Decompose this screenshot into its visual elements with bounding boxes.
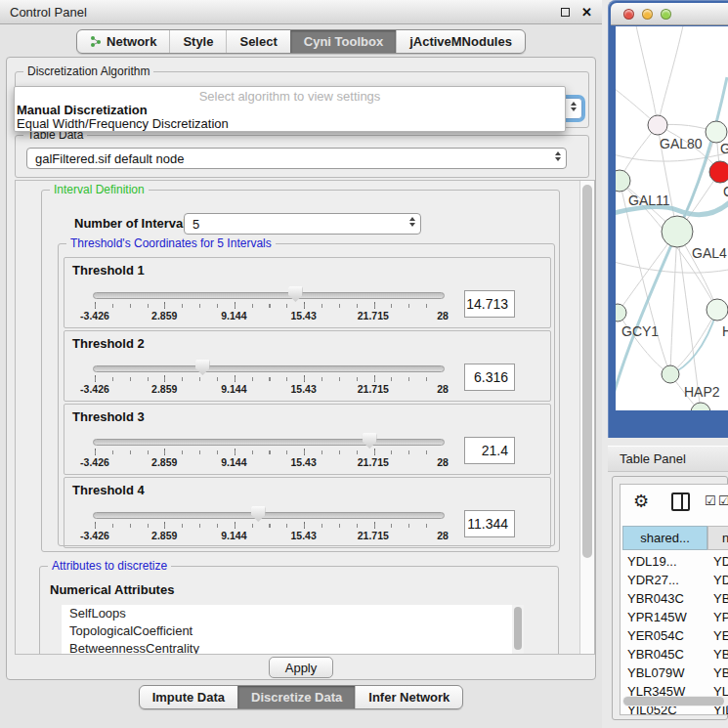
threshold-4-slider[interactable]: -3.4262.8599.14415.4321.71528 <box>86 504 451 547</box>
tab-network[interactable]: Network <box>77 30 169 53</box>
table-cell-shared-name[interactable]: YER054C <box>622 628 707 643</box>
node-top-right[interactable] <box>706 121 727 143</box>
network-graph: GAL80 G GAL11 C GAL4 GCY1 H HAP2 <box>616 26 728 410</box>
slider-thumb[interactable] <box>363 433 377 449</box>
table-cell-name[interactable]: YER0 <box>707 628 728 643</box>
table-cell-name[interactable]: YDL1 <box>707 554 728 569</box>
tick-label: 9.144 <box>221 383 246 395</box>
list-scrollbar-thumb[interactable] <box>514 607 522 650</box>
node-h[interactable] <box>707 299 728 321</box>
number-of-intervals-label: Number of Intervals <box>74 216 193 231</box>
split-columns-icon[interactable] <box>671 492 690 511</box>
tab-cyni-toolbox[interactable]: Cyni Toolbox <box>290 30 396 53</box>
tab-style[interactable]: Style <box>169 30 226 53</box>
table-data-value: galFiltered.sif default node <box>35 151 184 166</box>
network-graph-icon <box>90 35 102 48</box>
tab-discretize-data[interactable]: Discretize Data <box>237 686 355 708</box>
node-red-selected[interactable] <box>709 161 728 183</box>
table-data-combo[interactable]: galFiltered.sif default node <box>26 148 567 169</box>
slider-minor-ticks <box>95 450 444 454</box>
table-cell-shared-name[interactable]: YBL079W <box>622 665 707 680</box>
table-row[interactable]: YPR145WYPR1 <box>622 608 728 626</box>
slider-tick-labels: -3.4262.8599.14415.4321.71528 <box>95 456 443 470</box>
table-row[interactable]: YER054CYER0 <box>622 626 728 645</box>
table-cell-shared-name[interactable]: YBR043C <box>622 591 707 606</box>
attributes-group-title: Attributes to discretize <box>48 559 171 573</box>
table-cell-name[interactable]: YBR0 <box>707 591 728 606</box>
attribute-list-item[interactable]: BetweennessCentrality <box>62 640 524 654</box>
node-gcy1[interactable] <box>616 304 626 321</box>
table-cell-shared-name[interactable]: YPR145W <box>622 610 707 624</box>
attributes-group: Attributes to discretize Numerical Attri… <box>39 566 559 655</box>
threshold-3-box: Threshold 3 -3.4262.8599.14415.4321.7152… <box>64 404 551 475</box>
slider-thumb[interactable] <box>195 360 210 375</box>
threshold-2-value[interactable]: 6.316 <box>464 364 515 391</box>
table-cell-shared-name[interactable]: YBR045C <box>622 647 707 662</box>
table-hscrollbar-thumb[interactable] <box>623 697 724 706</box>
tab-jactivemnodules[interactable]: jActiveMNodules <box>396 30 525 53</box>
network-canvas[interactable]: GAL80 G GAL11 C GAL4 GCY1 H HAP2 <box>616 26 728 410</box>
table-cell-name[interactable]: YPR1 <box>707 610 728 624</box>
table-row[interactable]: YBL079WYBL0 <box>622 664 728 682</box>
number-of-intervals-value: 5 <box>193 217 199 232</box>
attribute-list-item[interactable]: TopologicalCoefficient <box>62 622 524 640</box>
top-tabbar: Network Style Select Cyni Toolbox jActiv… <box>0 29 602 54</box>
slider-minor-ticks <box>95 377 444 381</box>
threshold-3-slider[interactable]: -3.4262.8599.14415.4321.71528 <box>86 431 451 474</box>
threshold-3-label: Threshold 3 <box>72 409 145 424</box>
tab-impute-data[interactable]: Impute Data <box>140 686 237 708</box>
tick-label: 2.859 <box>151 310 177 321</box>
tick-label: -3.426 <box>80 310 109 321</box>
settings-scrollbar-thumb[interactable] <box>582 185 592 558</box>
threshold-4-value[interactable]: 11.344 <box>464 510 515 537</box>
column-header-shared[interactable]: shared... <box>622 526 707 550</box>
threshold-3-value[interactable]: 21.4 <box>464 437 515 464</box>
apply-button[interactable]: Apply <box>269 657 333 678</box>
close-icon[interactable]: ✕ <box>581 6 592 19</box>
settings-gear-icon[interactable]: ⚙ <box>633 491 649 512</box>
number-of-intervals-combo[interactable]: 5 <box>184 213 421 235</box>
popup-item-equal-width[interactable]: Equal Width/Frequency Discretization <box>15 117 565 131</box>
traffic-close-icon[interactable] <box>623 9 634 20</box>
slider-thumb[interactable] <box>251 506 266 522</box>
table-data-group: Table Data galFiltered.sif default node <box>15 135 589 178</box>
table-row[interactable]: YDL19...YDL1 <box>622 552 728 571</box>
tab-infer-network[interactable]: Infer Network <box>355 686 462 708</box>
node-hap2[interactable] <box>662 365 679 383</box>
network-nodes <box>616 115 728 410</box>
table-header-row: shared... n <box>622 526 728 550</box>
list-scrollbar[interactable] <box>512 605 524 654</box>
table-cell-name[interactable]: YBR0 <box>707 647 728 662</box>
table-row[interactable]: YBR045CYBR0 <box>622 645 728 664</box>
table-cell-shared-name[interactable]: YDL19... <box>622 554 707 569</box>
node-label: GCY1 <box>621 323 659 339</box>
node-gal4[interactable] <box>662 216 693 247</box>
table-row[interactable]: YBR043CYBR0 <box>622 589 728 608</box>
node-gal80[interactable] <box>648 115 667 135</box>
threshold-1-slider[interactable]: -3.4262.8599.14415.4321.71528 <box>86 284 451 327</box>
top-tab-segment: Network Style Select Cyni Toolbox jActiv… <box>76 29 526 54</box>
threshold-1-value[interactable]: 14.713 <box>464 290 515 318</box>
table-row[interactable]: YDR27...YDR2 <box>622 571 728 589</box>
popup-item-manual-discretization[interactable]: Manual Discretization <box>15 104 565 117</box>
control-panel-titlebar: Control Panel ✕ <box>0 0 602 24</box>
threshold-2-slider[interactable]: -3.4262.8599.14415.4321.71528 <box>86 358 451 401</box>
table-cell-shared-name[interactable]: YDR27... <box>622 573 707 587</box>
traffic-minimize-icon[interactable] <box>642 9 653 20</box>
settings-vertical-scrollbar[interactable] <box>579 181 594 654</box>
slider-thumb[interactable] <box>288 286 303 302</box>
tab-select[interactable]: Select <box>226 30 289 53</box>
checkbox-checked-icon[interactable]: ☑ <box>718 493 728 508</box>
network-view-window: GAL80 G GAL11 C GAL4 GCY1 H HAP2 <box>608 0 728 438</box>
table-cell-name[interactable]: YDR2 <box>707 573 728 587</box>
checkbox-checked-icon[interactable]: ☑ <box>705 493 716 508</box>
attribute-list-item[interactable]: SelfLoops <box>62 605 524 622</box>
traffic-zoom-icon[interactable] <box>661 9 671 20</box>
numerical-attributes-list[interactable]: SelfLoopsTopologicalCoefficientBetweenne… <box>62 605 524 654</box>
table-horizontal-scrollbar[interactable] <box>622 696 728 707</box>
float-window-icon[interactable] <box>561 8 570 17</box>
table-panel-inner: ⚙ ☑ ☑ shared... n YDL19...YDL1YDR27...YD… <box>620 484 728 715</box>
algorithm-dropdown-popup: Select algorithm to view settings Manual… <box>14 86 566 132</box>
table-cell-name[interactable]: YBL0 <box>707 665 728 680</box>
column-header-name[interactable]: n <box>707 526 728 550</box>
